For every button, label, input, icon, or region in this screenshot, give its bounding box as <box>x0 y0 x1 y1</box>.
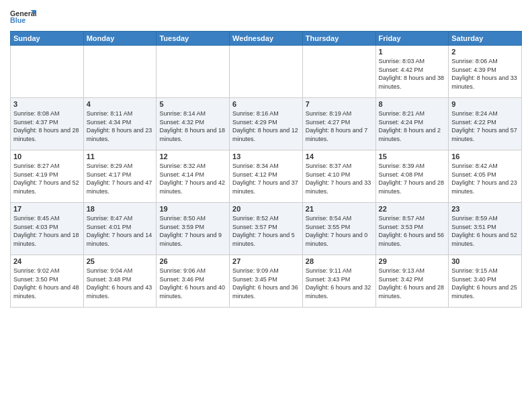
day-info: Sunrise: 9:13 AM Sunset: 3:42 PM Dayligh… <box>379 267 446 300</box>
day-info: Sunrise: 8:11 AM Sunset: 4:34 PM Dayligh… <box>87 109 154 143</box>
table-row: 8Sunrise: 8:21 AM Sunset: 4:24 PM Daylig… <box>375 98 449 150</box>
day-info: Sunrise: 9:11 AM Sunset: 3:43 PM Dayligh… <box>306 267 373 300</box>
table-row: 26Sunrise: 9:06 AM Sunset: 3:46 PM Dayli… <box>157 255 230 308</box>
day-info: Sunrise: 8:29 AM Sunset: 4:17 PM Dayligh… <box>87 162 154 195</box>
day-number: 18 <box>87 205 154 213</box>
day-number: 2 <box>451 48 519 56</box>
day-info: Sunrise: 8:16 AM Sunset: 4:29 PM Dayligh… <box>232 109 300 143</box>
day-number: 14 <box>306 152 373 161</box>
day-number: 1 <box>379 48 446 56</box>
day-info: Sunrise: 8:03 AM Sunset: 4:42 PM Dayligh… <box>379 57 446 91</box>
table-row: 4Sunrise: 8:11 AM Sunset: 4:34 PM Daylig… <box>83 98 157 150</box>
day-info: Sunrise: 8:21 AM Sunset: 4:24 PM Dayligh… <box>379 109 446 143</box>
table-row: 25Sunrise: 9:04 AM Sunset: 3:48 PM Dayli… <box>83 255 157 308</box>
table-row <box>11 46 84 98</box>
table-row: 3Sunrise: 8:08 AM Sunset: 4:37 PM Daylig… <box>11 98 84 150</box>
day-info: Sunrise: 9:04 AM Sunset: 3:48 PM Dayligh… <box>87 267 154 300</box>
day-number: 13 <box>232 152 300 161</box>
calendar-week-row: 10Sunrise: 8:27 AM Sunset: 4:19 PM Dayli… <box>11 150 522 203</box>
calendar-table: Sunday Monday Tuesday Wednesday Thursday… <box>10 31 522 308</box>
day-info: Sunrise: 8:14 AM Sunset: 4:32 PM Dayligh… <box>159 109 226 143</box>
table-row: 29Sunrise: 9:13 AM Sunset: 3:42 PM Dayli… <box>375 255 449 308</box>
logo-icon: General Blue <box>10 7 37 27</box>
day-number: 10 <box>13 152 81 161</box>
col-friday: Friday <box>375 32 449 46</box>
day-number: 20 <box>232 205 300 213</box>
day-info: Sunrise: 8:08 AM Sunset: 4:37 PM Dayligh… <box>13 109 81 143</box>
day-info: Sunrise: 8:50 AM Sunset: 3:59 PM Dayligh… <box>159 214 226 248</box>
table-row: 1Sunrise: 8:03 AM Sunset: 4:42 PM Daylig… <box>375 46 449 98</box>
table-row: 19Sunrise: 8:50 AM Sunset: 3:59 PM Dayli… <box>157 203 230 255</box>
calendar-week-row: 3Sunrise: 8:08 AM Sunset: 4:37 PM Daylig… <box>11 98 522 150</box>
day-number: 25 <box>87 257 154 265</box>
day-number: 27 <box>232 257 300 265</box>
table-row: 11Sunrise: 8:29 AM Sunset: 4:17 PM Dayli… <box>83 150 157 203</box>
day-info: Sunrise: 8:39 AM Sunset: 4:08 PM Dayligh… <box>379 162 446 195</box>
day-info: Sunrise: 8:06 AM Sunset: 4:39 PM Dayligh… <box>451 57 519 91</box>
col-wednesday: Wednesday <box>230 32 303 46</box>
day-info: Sunrise: 8:45 AM Sunset: 4:03 PM Dayligh… <box>13 214 81 248</box>
day-info: Sunrise: 8:59 AM Sunset: 3:51 PM Dayligh… <box>451 214 519 248</box>
col-monday: Monday <box>83 32 157 46</box>
table-row: 14Sunrise: 8:37 AM Sunset: 4:10 PM Dayli… <box>302 150 375 203</box>
svg-text:Blue: Blue <box>10 16 26 24</box>
day-info: Sunrise: 8:42 AM Sunset: 4:05 PM Dayligh… <box>451 162 519 195</box>
table-row: 27Sunrise: 9:09 AM Sunset: 3:45 PM Dayli… <box>230 255 303 308</box>
day-number: 9 <box>451 100 519 108</box>
day-number: 30 <box>451 257 519 265</box>
day-info: Sunrise: 8:19 AM Sunset: 4:27 PM Dayligh… <box>306 109 373 143</box>
day-number: 24 <box>13 257 81 265</box>
table-row: 30Sunrise: 9:15 AM Sunset: 3:40 PM Dayli… <box>449 255 522 308</box>
calendar-week-row: 17Sunrise: 8:45 AM Sunset: 4:03 PM Dayli… <box>11 203 522 255</box>
day-number: 26 <box>159 257 226 265</box>
table-row: 20Sunrise: 8:52 AM Sunset: 3:57 PM Dayli… <box>230 203 303 255</box>
table-row: 28Sunrise: 9:11 AM Sunset: 3:43 PM Dayli… <box>302 255 375 308</box>
day-number: 12 <box>159 152 226 161</box>
calendar-header-row: Sunday Monday Tuesday Wednesday Thursday… <box>11 32 522 46</box>
day-number: 5 <box>159 100 226 108</box>
table-row: 10Sunrise: 8:27 AM Sunset: 4:19 PM Dayli… <box>11 150 84 203</box>
table-row: 6Sunrise: 8:16 AM Sunset: 4:29 PM Daylig… <box>230 98 303 150</box>
day-info: Sunrise: 8:37 AM Sunset: 4:10 PM Dayligh… <box>306 162 373 195</box>
table-row <box>157 46 230 98</box>
day-info: Sunrise: 8:52 AM Sunset: 3:57 PM Dayligh… <box>232 214 300 248</box>
day-info: Sunrise: 8:27 AM Sunset: 4:19 PM Dayligh… <box>13 162 81 195</box>
table-row: 2Sunrise: 8:06 AM Sunset: 4:39 PM Daylig… <box>449 46 522 98</box>
calendar-week-row: 1Sunrise: 8:03 AM Sunset: 4:42 PM Daylig… <box>11 46 522 98</box>
table-row: 15Sunrise: 8:39 AM Sunset: 4:08 PM Dayli… <box>375 150 449 203</box>
table-row: 24Sunrise: 9:02 AM Sunset: 3:50 PM Dayli… <box>11 255 84 308</box>
day-number: 16 <box>451 152 519 161</box>
table-row: 9Sunrise: 8:24 AM Sunset: 4:22 PM Daylig… <box>449 98 522 150</box>
day-number: 28 <box>306 257 373 265</box>
day-number: 23 <box>451 205 519 213</box>
table-row: 12Sunrise: 8:32 AM Sunset: 4:14 PM Dayli… <box>157 150 230 203</box>
day-number: 21 <box>306 205 373 213</box>
day-number: 15 <box>379 152 446 161</box>
day-info: Sunrise: 8:47 AM Sunset: 4:01 PM Dayligh… <box>87 214 154 248</box>
logo: General Blue <box>10 7 37 27</box>
header: General Blue <box>10 7 522 27</box>
col-thursday: Thursday <box>302 32 375 46</box>
day-info: Sunrise: 8:54 AM Sunset: 3:55 PM Dayligh… <box>306 214 373 248</box>
col-sunday: Sunday <box>11 32 84 46</box>
table-row <box>302 46 375 98</box>
table-row <box>230 46 303 98</box>
day-info: Sunrise: 9:09 AM Sunset: 3:45 PM Dayligh… <box>232 267 300 300</box>
table-row: 18Sunrise: 8:47 AM Sunset: 4:01 PM Dayli… <box>83 203 157 255</box>
day-number: 22 <box>379 205 446 213</box>
day-info: Sunrise: 8:32 AM Sunset: 4:14 PM Dayligh… <box>159 162 226 195</box>
day-info: Sunrise: 8:24 AM Sunset: 4:22 PM Dayligh… <box>451 109 519 143</box>
day-info: Sunrise: 8:34 AM Sunset: 4:12 PM Dayligh… <box>232 162 300 195</box>
day-info: Sunrise: 9:06 AM Sunset: 3:46 PM Dayligh… <box>159 267 226 300</box>
day-info: Sunrise: 9:15 AM Sunset: 3:40 PM Dayligh… <box>451 267 519 300</box>
table-row: 7Sunrise: 8:19 AM Sunset: 4:27 PM Daylig… <box>302 98 375 150</box>
day-info: Sunrise: 8:57 AM Sunset: 3:53 PM Dayligh… <box>379 214 446 248</box>
day-number: 8 <box>379 100 446 108</box>
col-saturday: Saturday <box>449 32 522 46</box>
table-row: 17Sunrise: 8:45 AM Sunset: 4:03 PM Dayli… <box>11 203 84 255</box>
calendar-week-row: 24Sunrise: 9:02 AM Sunset: 3:50 PM Dayli… <box>11 255 522 308</box>
day-number: 4 <box>87 100 154 108</box>
table-row: 5Sunrise: 8:14 AM Sunset: 4:32 PM Daylig… <box>157 98 230 150</box>
table-row: 21Sunrise: 8:54 AM Sunset: 3:55 PM Dayli… <box>302 203 375 255</box>
day-number: 19 <box>159 205 226 213</box>
